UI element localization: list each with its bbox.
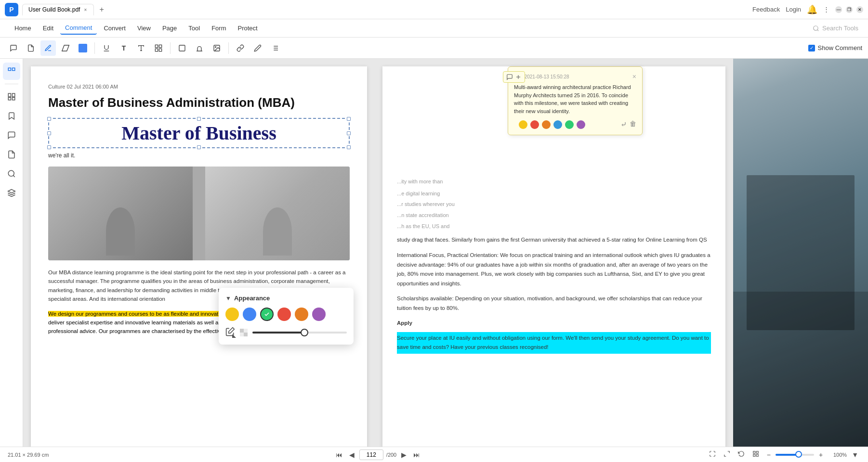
pdf-view-middle: WS, 2021-08-13 15:50:28 × Multi-award wi… bbox=[375, 59, 733, 447]
resize-handle-ml[interactable] bbox=[47, 131, 51, 135]
color-option-orange[interactable] bbox=[295, 308, 308, 321]
image-person-1 bbox=[48, 167, 193, 260]
note-color-yellow[interactable] bbox=[519, 120, 527, 129]
grid-btn[interactable] bbox=[750, 449, 761, 460]
signature-btn[interactable] bbox=[250, 40, 265, 56]
menu-view[interactable]: View bbox=[132, 22, 156, 34]
resize-handle-bl[interactable] bbox=[47, 145, 51, 149]
sidebar-panel-toggle[interactable] bbox=[3, 63, 20, 80]
selected-text-box[interactable]: Master of Business bbox=[48, 118, 350, 148]
more-options-btn[interactable]: ⋮ bbox=[823, 6, 829, 13]
transform-btn[interactable] bbox=[151, 40, 166, 56]
rotate-btn[interactable] bbox=[736, 449, 747, 460]
zoom-in-btn[interactable]: + bbox=[817, 450, 825, 460]
resize-handle-tr[interactable] bbox=[347, 117, 351, 121]
zoom-out-btn[interactable]: − bbox=[765, 450, 773, 460]
color-option-yellow[interactable] bbox=[225, 308, 239, 321]
pdf-view-left: Culture 02 Jul 2021 06:00 AM Master of B… bbox=[23, 59, 375, 447]
sidebar-divider-1 bbox=[5, 84, 18, 84]
page2-text8: Scholarships available: Depending on you… bbox=[397, 294, 711, 313]
text-format-btn[interactable] bbox=[133, 40, 149, 56]
statusbar: 21.01 × 29.69 cm ⏮ ◀ /200 ▶ ⏭ − + 100% bbox=[0, 447, 868, 462]
sticky-note-tool-btn[interactable] bbox=[6, 40, 21, 56]
color-swatch bbox=[79, 44, 87, 52]
fit-page-btn[interactable] bbox=[707, 449, 718, 460]
note-color-green[interactable] bbox=[565, 120, 574, 129]
pdf-page-1: Culture 02 Jul 2021 06:00 AM Master of B… bbox=[31, 66, 367, 447]
sidebar-search-btn[interactable] bbox=[3, 165, 20, 182]
resize-handle-tm[interactable] bbox=[197, 117, 201, 121]
pencil-tool-btn[interactable] bbox=[40, 40, 56, 56]
svg-marker-28 bbox=[229, 328, 235, 334]
svg-rect-21 bbox=[8, 93, 11, 97]
sidebar-comments-btn[interactable] bbox=[3, 127, 20, 144]
opacity-paint-btn[interactable] bbox=[225, 327, 235, 338]
login-btn[interactable]: Login bbox=[786, 6, 801, 13]
stamp-tool-btn[interactable] bbox=[192, 40, 207, 56]
current-tab[interactable]: User Guild Book.pdf × bbox=[22, 4, 94, 15]
menu-protect[interactable]: Protect bbox=[233, 22, 263, 34]
note-trash-icon[interactable]: 🗑 bbox=[630, 120, 636, 129]
note-color-purple[interactable] bbox=[577, 120, 585, 129]
menu-convert[interactable]: Convert bbox=[99, 22, 131, 34]
tab-close-btn[interactable]: × bbox=[83, 6, 88, 13]
color-option-purple[interactable] bbox=[312, 308, 326, 321]
note-color-blue[interactable] bbox=[553, 120, 562, 129]
comment-close-btn[interactable]: × bbox=[632, 73, 636, 80]
sidebar-pages-btn[interactable] bbox=[3, 146, 20, 163]
close-btn[interactable]: ✕ bbox=[856, 6, 863, 13]
manage-btn[interactable] bbox=[267, 40, 283, 56]
opacity-slider[interactable] bbox=[252, 332, 347, 334]
eraser-tool-btn[interactable] bbox=[58, 40, 73, 56]
color-option-red[interactable] bbox=[277, 308, 291, 321]
insert-image-btn[interactable] bbox=[209, 40, 224, 56]
shape-tool-btn[interactable] bbox=[174, 40, 190, 56]
underline-tool-btn[interactable] bbox=[99, 40, 114, 56]
add-tab-btn[interactable]: + bbox=[96, 4, 107, 15]
next-page-btn[interactable]: ▶ bbox=[399, 450, 408, 460]
prev-page-btn[interactable]: ◀ bbox=[347, 450, 356, 460]
feedback-btn[interactable]: Feedback bbox=[752, 6, 780, 13]
zoom-slider[interactable] bbox=[776, 454, 814, 456]
opacity-pattern-btn[interactable] bbox=[239, 328, 249, 337]
search-tools-label[interactable]: Search Tools bbox=[822, 25, 858, 32]
floating-note-icon[interactable] bbox=[503, 71, 525, 83]
zoom-dropdown-btn[interactable]: ▼ bbox=[850, 450, 860, 460]
resize-handle-mr[interactable] bbox=[347, 131, 351, 135]
page-number-input[interactable] bbox=[359, 449, 383, 460]
text-comment-tool-btn[interactable] bbox=[23, 40, 39, 56]
last-page-btn[interactable]: ⏭ bbox=[411, 450, 422, 460]
menu-comment[interactable]: Comment bbox=[60, 22, 97, 35]
fit-width-btn[interactable] bbox=[722, 449, 732, 460]
note-color-red[interactable] bbox=[530, 120, 539, 129]
note-reply-icon[interactable]: ⤶ bbox=[620, 120, 627, 129]
color-option-green[interactable] bbox=[260, 308, 274, 321]
menu-home[interactable]: Home bbox=[10, 22, 36, 34]
color-option-blue[interactable] bbox=[243, 308, 256, 321]
first-page-btn[interactable]: ⏮ bbox=[334, 450, 344, 460]
sidebar-thumbnails-btn[interactable] bbox=[3, 88, 20, 105]
text-t-btn[interactable]: T bbox=[116, 40, 132, 56]
resize-handle-br[interactable] bbox=[347, 145, 351, 149]
note-color-orange[interactable] bbox=[542, 120, 551, 129]
link-tool-btn[interactable] bbox=[233, 40, 248, 56]
minimize-btn[interactable]: — bbox=[835, 6, 842, 13]
sidebar-layers-btn[interactable] bbox=[3, 184, 20, 202]
color-fill-btn[interactable] bbox=[75, 40, 91, 56]
selected-text-content: Master of Business bbox=[49, 119, 349, 147]
menu-tool[interactable]: Tool bbox=[184, 22, 205, 34]
menu-edit[interactable]: Edit bbox=[38, 22, 58, 34]
sidebar-bookmarks-btn[interactable] bbox=[3, 107, 20, 125]
page-metadata: Culture 02 Jul 2021 06:00 AM bbox=[48, 84, 350, 90]
resize-handle-bm[interactable] bbox=[197, 145, 201, 149]
comment-text: Multi-award winning architectural practi… bbox=[514, 83, 636, 115]
appearance-popup: ▼ Appearance bbox=[219, 288, 354, 345]
show-comment-checkbox[interactable]: ✓ bbox=[808, 45, 815, 51]
resize-handle-tl[interactable] bbox=[47, 117, 51, 121]
menu-page[interactable]: Page bbox=[158, 22, 182, 34]
menu-form[interactable]: Form bbox=[207, 22, 231, 34]
svg-marker-2 bbox=[62, 45, 69, 51]
search-icon bbox=[813, 25, 819, 32]
maximize-btn[interactable]: ❐ bbox=[846, 6, 853, 13]
comment-color-row: ⤶ 🗑 bbox=[514, 120, 636, 129]
